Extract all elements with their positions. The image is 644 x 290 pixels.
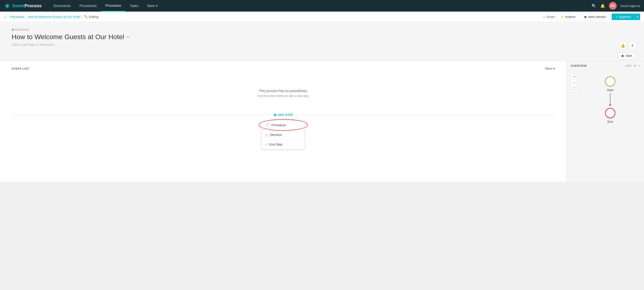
grid-icon: ▦ [12,28,14,31]
diagram-area: + − ⛶ Start [567,71,644,126]
pencil-icon: ✏️ [84,15,88,19]
separator-3: › [82,16,82,18]
approve-btn-group: ✓ Approve ▾ [612,14,640,20]
steps-title: STEPS LIST [12,67,29,70]
process-header: ▦ PROCESS How to Welcome Guests at Our H… [0,22,644,61]
add-step-dropdown-wrapper: 📄 Procedure ◇ Decision ○ End Step [262,120,305,149]
view-version-button[interactable]: ▶ View Version [581,14,610,20]
add-step-divider: ⊕ ADD STEP [12,113,555,117]
flow-diagram-wrapper: Start End [580,74,640,124]
process-link[interactable]: How to Welcome Guests at Our Hotel [28,15,80,19]
file-icon: 📄 [266,123,270,127]
avatar[interactable]: DA [609,2,617,10]
chevron-down-icon-steps: ▾ [553,67,555,70]
add-step-dropdown: 📄 Procedure ◇ Decision ○ End Step [262,120,305,149]
notification-icon[interactable]: 🔔 [600,4,605,8]
check-icon-approve: ✓ [616,15,618,19]
chevron-down-icon: ▾ [156,4,158,8]
circle-icon: ○ [266,143,268,146]
minimize-icon[interactable]: ✕ [634,64,636,68]
empty-sub: Use the button below to add a new step. [16,94,550,98]
logo-icon [4,3,10,9]
zoom-in-button[interactable]: + [571,74,577,80]
expand-icon[interactable]: › [639,64,640,68]
play-icon: ▶ [622,54,624,58]
end-node: End [604,107,616,124]
logo-text: SweetProcess [12,4,42,9]
breadcrumb: ⌂ › Processes › How to Welcome Guests at… [4,15,543,19]
diamond-icon: ◇ [266,133,268,137]
reorder-button[interactable]: ⇕ [628,42,636,49]
start-button[interactable]: ▶ Start [618,52,636,59]
process-type-label: ▦ PROCESS [12,28,632,31]
main-content: STEPS LIST More ▾ This process has no pr… [0,61,644,182]
start-node: Start [604,76,616,92]
overview-actions: print ✕ › [626,64,640,68]
play-icon-small: ▶ [584,15,587,19]
approve-button[interactable]: ✓ Approve [612,14,634,20]
plus-icon: ⊕ [273,113,277,117]
home-icon: ⌂ [4,15,6,19]
svg-point-1 [605,77,615,86]
dropdown-end-step[interactable]: ○ End Step [262,140,305,149]
steps-more-button[interactable]: More ▾ [545,67,555,70]
overview-title: OVERVIEW [570,64,587,67]
process-description[interactable]: Click to add tags or description... [12,43,632,46]
end-circle-svg [604,107,616,119]
nav-more[interactable]: More ▾ [143,1,162,11]
separator-2: › [26,16,26,18]
flow-diagram: Start End [604,76,616,124]
actions-button[interactable]: ⚡ Actions [556,14,579,20]
print-link[interactable]: print [626,64,631,67]
nav-tasks[interactable]: Tasks [126,1,143,11]
saved-badge: ✓ Saved [543,15,555,19]
search-icon[interactable]: 🔍 [592,4,596,8]
breadcrumb-bar: ⌂ › Processes › How to Welcome Guests at… [0,12,644,22]
start-circle-svg [604,76,616,87]
editing-label: ✏️ Editing [84,15,98,19]
logo[interactable]: SweetProcess [4,3,42,9]
process-header-icons: 🔔 ⇕ [619,42,636,49]
user-name[interactable]: David Agbona [620,4,640,8]
start-label: Start [607,88,613,92]
notification-settings-button[interactable]: 🔔 [619,42,626,49]
zoom-out-button[interactable]: − [571,80,577,86]
nav-procedures[interactable]: Procedures [75,1,101,11]
dropdown-decision[interactable]: ◇ Decision [262,130,305,140]
steps-header: STEPS LIST More ▾ [12,67,555,74]
fit-button[interactable]: ⛶ [571,86,577,91]
lightning-icon: ⚡ [560,15,564,19]
breadcrumb-actions: ✓ Saved ⚡ Actions ▶ View Version ✓ Appro… [543,14,640,20]
steps-panel: STEPS LIST More ▾ This process has no pr… [0,61,567,182]
nav-documents[interactable]: Documents [49,1,75,11]
separator-1: › [7,16,8,18]
overview-header: OVERVIEW print ✕ › [567,61,644,71]
nav-links: Documents Procedures Processes Tasks Mor… [49,0,592,12]
processes-link[interactable]: Processes [10,15,24,19]
steps-empty-state: This process has no procedures. Use the … [12,79,555,109]
edit-title-icon[interactable]: ✏ [126,35,130,39]
flow-arrow [610,93,610,105]
process-header-right: 🔔 ⇕ ▶ Start [618,42,636,59]
empty-message: This process has no procedures. [16,89,550,93]
add-step-area: ⊕ ADD STEP 📄 Procedure ◇ Decision [12,113,555,149]
check-icon: ✓ [543,15,546,19]
top-nav: SweetProcess Documents Procedures Proces… [0,0,644,12]
nav-processes[interactable]: Processes [101,0,126,12]
end-label: End [607,120,613,124]
dropdown-procedure[interactable]: 📄 Procedure [262,120,305,130]
svg-point-2 [605,108,615,118]
nav-right: 🔍 🔔 DA David Agbona [592,2,640,10]
home-link[interactable]: ⌂ [4,15,6,19]
diagram-controls: + − ⛶ [570,74,577,92]
add-step-button[interactable]: ⊕ ADD STEP [273,113,293,117]
overview-panel: OVERVIEW print ✕ › + − ⛶ [567,61,644,182]
process-title: How to Welcome Guests at Our Hotel ✏ [12,33,632,41]
approve-dropdown-button[interactable]: ▾ [634,14,640,20]
